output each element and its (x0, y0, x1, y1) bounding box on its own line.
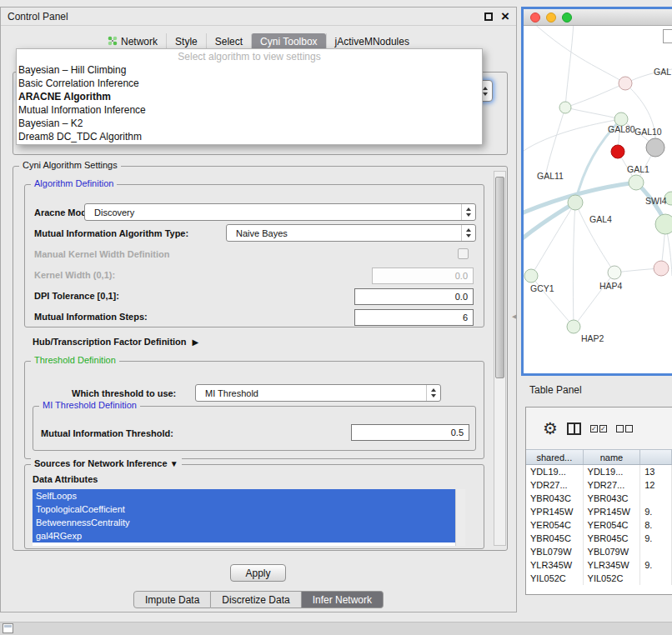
table-cell[interactable]: YBR045C (584, 532, 641, 545)
kernel-width-field[interactable]: 0.0 (372, 268, 474, 284)
float-window-icon[interactable] (484, 12, 493, 21)
columns-icon[interactable] (567, 422, 581, 435)
settings-scrollbar[interactable] (494, 171, 506, 546)
network-node[interactable] (568, 195, 583, 210)
table-cell[interactable]: 8. (640, 518, 672, 532)
algorithm-option[interactable]: Dream8 DC_TDC Algorithm (17, 130, 482, 143)
table-cell[interactable] (640, 545, 672, 558)
table-cell[interactable]: YLR345W (584, 558, 641, 572)
table-row[interactable]: YER054CYER054C8. (526, 518, 672, 532)
select-all-checks-icon[interactable]: ✓✓ (590, 425, 607, 432)
close-icon[interactable]: × (501, 11, 509, 22)
mi-steps-field[interactable]: 6 (354, 309, 474, 326)
table-cell[interactable]: YBL079W (526, 545, 584, 558)
algorithm-option[interactable]: Bayesian – K2 (17, 117, 482, 130)
tab-jactivemnodules[interactable]: jActiveMNodules (326, 33, 418, 50)
table-cell[interactable]: YPR145W (584, 505, 641, 518)
algorithm-option[interactable]: Basic Correlation Inference (17, 77, 482, 90)
attributes-list-scrollbar[interactable] (455, 489, 465, 546)
bottom-tab-impute-data[interactable]: Impute Data (133, 591, 211, 608)
minimized-panel-icon[interactable] (3, 623, 13, 633)
algorithm-option[interactable]: Mutual Information Inference (17, 103, 482, 117)
table-row[interactable]: YBL079WYBL079W (526, 545, 672, 558)
table-cell[interactable]: 9. (640, 532, 672, 545)
table-column-header[interactable]: name (584, 450, 641, 464)
table-cell[interactable]: YBR043C (584, 492, 641, 505)
table-cell[interactable]: YDR27... (584, 478, 641, 492)
table-column-header[interactable]: shared... (526, 450, 584, 464)
table-cell[interactable]: YBL079W (584, 545, 641, 558)
apply-button[interactable]: Apply (230, 564, 286, 582)
table-cell[interactable] (640, 572, 672, 585)
attribute-item[interactable]: TopologicalCoefficient (33, 502, 455, 516)
dpi-tolerance-field[interactable]: 0.0 (354, 288, 474, 305)
table-cell[interactable] (640, 492, 672, 505)
network-canvas[interactable]: GALGAL80GAL10GAL11GAL1SWI4GAL4GCY1HAP4HA… (524, 26, 672, 373)
attribute-item[interactable]: SelfLoops (33, 489, 455, 502)
table-cell[interactable]: YER054C (584, 518, 641, 532)
data-attributes-list: SelfLoopsTopologicalCoefficientBetweenne… (33, 489, 465, 546)
tab-cyni-toolbox[interactable]: Cyni Toolbox (251, 33, 325, 50)
network-node[interactable] (524, 269, 538, 282)
table-row[interactable]: YDR27...YDR27...12 (526, 478, 672, 492)
network-node[interactable] (567, 320, 580, 333)
algorithm-option[interactable]: ARACNE Algorithm (17, 90, 482, 103)
algorithm-option[interactable]: Bayesian – Hill Climbing (17, 63, 482, 77)
table-cell[interactable]: YDR27... (526, 478, 584, 492)
mi-threshold-field[interactable]: 0.5 (351, 424, 469, 441)
sources-expander[interactable]: Sources for Network Inference ▼ (31, 458, 182, 468)
table-cell[interactable]: YDL19... (526, 465, 584, 478)
table-cell[interactable]: 12 (640, 478, 672, 492)
tab-style[interactable]: Style (166, 33, 206, 50)
table-row[interactable]: YDL19...YDL19...13 (526, 465, 672, 478)
settings-scrollbar-thumb[interactable] (495, 177, 504, 378)
splitter-collapse-icon[interactable]: ◀ (512, 313, 516, 320)
network-node[interactable] (608, 266, 621, 279)
mi-type-combo[interactable]: Naive Bayes (226, 224, 476, 242)
collapse-down-icon: ▼ (170, 459, 178, 468)
table-cell[interactable]: YIL052C (526, 572, 584, 585)
table-cell[interactable]: YDL19... (584, 465, 641, 478)
mac-zoom-icon[interactable] (562, 12, 572, 22)
network-node[interactable] (619, 77, 632, 90)
table-cell[interactable]: YBR043C (526, 492, 584, 505)
table-cell[interactable]: YBR045C (526, 532, 584, 545)
table-row[interactable]: YBR043CYBR043C (526, 492, 672, 505)
bottom-tab-discretize-data[interactable]: Discretize Data (211, 591, 301, 608)
algorithm-placeholder-option[interactable]: Select algorithm to view settings (17, 50, 482, 63)
hub-definition-expander[interactable]: Hub/Transcription Factor Definition▶ (33, 337, 198, 347)
attribute-item[interactable]: gal4RGexp (33, 529, 455, 542)
table-cell[interactable]: YLR345W (526, 558, 584, 572)
network-node[interactable] (646, 138, 664, 157)
manual-kernel-checkbox[interactable] (458, 248, 469, 259)
mac-minimize-icon[interactable] (546, 12, 556, 22)
table-cell[interactable]: YIL052C (584, 572, 641, 585)
network-node[interactable] (655, 214, 672, 234)
table-row[interactable]: YPR145WYPR145W9. (526, 505, 672, 518)
table-cell[interactable]: 9. (640, 558, 672, 572)
table-cell[interactable]: 13 (640, 465, 672, 478)
table-cell[interactable]: 9. (640, 505, 672, 518)
dpi-tolerance-value: 0.0 (455, 292, 468, 302)
tab-label: Select (215, 36, 243, 48)
table-cell[interactable]: YER054C (526, 518, 584, 532)
mi-type-value: Naive Bayes (236, 228, 461, 238)
table-row[interactable]: YBR045CYBR045C9. (526, 532, 672, 545)
attribute-item[interactable]: BetweennessCentrality (33, 516, 455, 529)
which-threshold-combo[interactable]: MI Threshold (195, 384, 441, 402)
network-node[interactable] (611, 145, 624, 158)
tab-select[interactable]: Select (206, 33, 251, 50)
table-column-header[interactable] (640, 450, 672, 464)
network-node[interactable] (654, 261, 669, 276)
gear-icon[interactable]: ⚙ (543, 420, 558, 437)
bottom-tab-infer-network[interactable]: Infer Network (302, 591, 384, 608)
table-row[interactable]: YLR345WYLR345W9. (526, 558, 672, 572)
table-cell[interactable]: YPR145W (526, 505, 584, 518)
aracne-mode-combo[interactable]: Discovery (84, 203, 476, 221)
deselect-all-checks-icon[interactable] (616, 425, 633, 432)
table-row[interactable]: YIL052CYIL052C (526, 572, 672, 585)
network-edge (625, 83, 655, 148)
mac-close-icon[interactable] (530, 12, 540, 22)
network-node[interactable] (559, 102, 571, 113)
network-node[interactable] (629, 175, 644, 190)
